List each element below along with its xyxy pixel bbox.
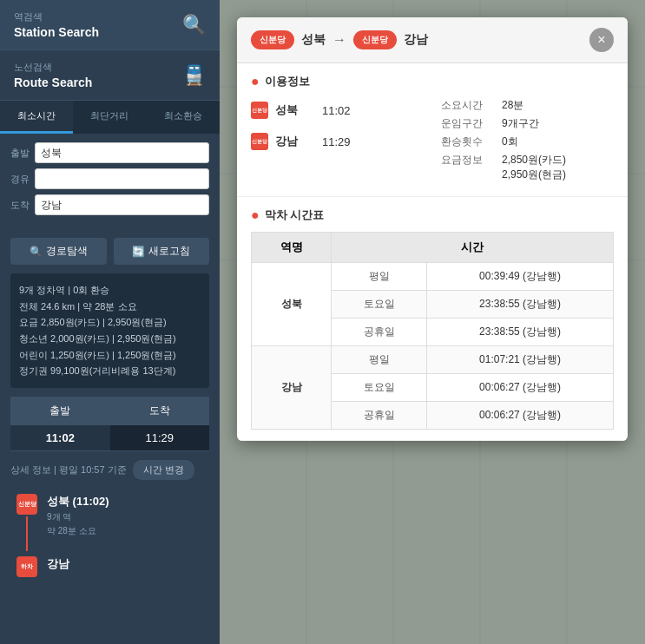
to-station-time: 11:29	[322, 135, 351, 148]
search-btn-label: 경로탐색	[46, 244, 88, 259]
depart-col-header: 출발	[10, 397, 110, 425]
last-train-day-cell: 평일	[332, 346, 427, 374]
route-info-line2: 전체 24.6 km | 약 28분 소요	[19, 299, 201, 315]
via-row: 경유	[10, 168, 209, 189]
last-train-row: 성북평일00:39:49 (강남행)	[252, 263, 614, 291]
modal-overlay: 신분당 성북 → 신분당 강남 × ● 이용정보	[220, 0, 645, 644]
detail-transfers: 환승횟수 0회	[441, 135, 614, 149]
info-grid: 신분당 성북 11:02 신분당 강남 11:29 소요	[251, 98, 614, 186]
modal-info-section: ● 이용정보 신분당 성북 11:02 신분당 강	[237, 63, 628, 197]
from-station-row: 신분당 성북 11:02	[251, 98, 424, 122]
from-station-name: 성북	[275, 102, 298, 118]
tab-min-time[interactable]: 최소시간	[0, 101, 73, 134]
last-train-day-cell: 토요일	[332, 291, 427, 319]
search-form: 출발 경유 도착	[0, 134, 220, 229]
depart-time-value: 11:02	[10, 425, 110, 450]
last-train-table: 역명 시간 성북평일00:39:49 (강남행)토요일23:38:55 (강남행…	[251, 232, 614, 430]
start-station-duration: 약 28분 소요	[47, 525, 109, 537]
timeline-dot-end: 하차	[16, 556, 37, 577]
timeline-dot-container-end: 하차	[14, 556, 40, 577]
last-train-time-cell: 23:38:55 (강남행)	[427, 291, 614, 319]
timeline-dot-container-start: 신분당	[14, 494, 40, 553]
route-fare-senior: 정기권 99,100원(거리비례용 13단계)	[19, 363, 201, 379]
depart-input[interactable]	[35, 142, 209, 163]
col-station: 역명	[252, 233, 332, 263]
end-badge-text: 하차	[21, 562, 33, 571]
details-col: 소요시간 28분 운임구간 9개구간 환승횟수 0회 요금정보	[441, 98, 614, 186]
arrow-icon: →	[332, 32, 346, 48]
route-search-button[interactable]: 🔍 경로탐색	[10, 238, 107, 265]
tab-min-transfer[interactable]: 최소환승	[147, 101, 220, 134]
stations-col: 신분당 성북 11:02 신분당 강남 11:29	[251, 98, 424, 186]
last-train-day-cell: 평일	[332, 263, 427, 291]
main-map-area: 신분당 성북 → 신분당 강남 × ● 이용정보	[220, 0, 645, 644]
last-train-bullet: ●	[251, 207, 260, 223]
start-badge-text: 신분당	[18, 500, 36, 509]
modal-close-button[interactable]: ×	[589, 28, 614, 52]
via-label: 경유	[10, 173, 35, 186]
to-station-name: 강남	[275, 134, 298, 149]
arrive-input[interactable]	[35, 194, 209, 215]
detail-fare-zone: 운임구간 9개구간	[441, 116, 614, 131]
tab-min-dist[interactable]: 최단거리	[73, 101, 146, 134]
to-station-label: 강남	[404, 32, 428, 48]
from-station-label: 성북	[301, 32, 326, 48]
route-tabs: 최소시간 최단거리 최소환승	[0, 101, 220, 134]
info-bullet: ●	[251, 74, 260, 89]
col-day-header: 시간	[332, 233, 614, 263]
route-fare-adult: 요금 2,850원(카드) | 2,950원(현금)	[19, 314, 201, 331]
depart-arrive-header: 출발 도착	[10, 397, 209, 425]
refresh-btn-label: 새로고침	[148, 244, 190, 259]
route-search-ko: 노선검색	[14, 61, 92, 74]
info-section-title: ● 이용정보	[251, 74, 614, 89]
last-train-station-cell: 강남	[252, 346, 332, 430]
timeline-dot-start: 신분당	[16, 494, 37, 515]
action-buttons: 🔍 경로탐색 🔄 새로고침	[10, 238, 209, 265]
station-search-ko: 역검색	[14, 10, 99, 23]
to-station-dot: 신분당	[251, 133, 268, 150]
route-search-text: 노선검색 Route Search	[14, 61, 92, 89]
from-station-dot: 신분당	[251, 102, 268, 119]
start-station-name: 성북 (11:02)	[47, 494, 109, 509]
last-train-time-cell: 00:39:49 (강남행)	[427, 263, 614, 291]
route-fare-youth: 청소년 2,000원(카드) | 2,950원(현금)	[19, 331, 201, 347]
detail-info-label: 상세 정보 | 평일 10:57 기준	[10, 464, 127, 475]
station-search-text: 역검색 Station Search	[14, 10, 99, 39]
detail-fare: 요금정보 2,850원(카드) 2,950원(현금)	[441, 153, 614, 182]
arrive-time-value: 11:29	[110, 425, 210, 450]
route-search-en: Route Search	[14, 76, 92, 89]
last-train-station-cell: 성북	[252, 263, 332, 346]
from-station-time: 11:02	[322, 104, 351, 117]
last-train-time-cell: 01:07:21 (강남행)	[427, 346, 614, 374]
via-input[interactable]	[35, 168, 209, 189]
refresh-button[interactable]: 🔄 새로고침	[114, 238, 210, 265]
modal-title: 신분당 성북 → 신분당 강남	[251, 30, 581, 49]
time-change-button[interactable]: 시간 변경	[133, 460, 194, 480]
timeline-connector	[26, 516, 28, 551]
sidebar: 역검색 Station Search 🔍 노선검색 Route Search 🚆…	[0, 0, 220, 644]
depart-label: 출발	[10, 147, 35, 160]
station-search-en: Station Search	[14, 25, 99, 39]
start-station-info: 성북 (11:02) 9개 역 약 28분 소요	[47, 494, 109, 537]
start-station-stops: 9개 역	[47, 511, 109, 523]
last-train-section: ● 막차 시간표 역명 시간 성북평일00:39:49 (강남행)토요일23:3…	[237, 197, 628, 441]
detail-duration: 소요시간 28분	[441, 98, 614, 113]
last-train-title: ● 막차 시간표	[251, 207, 614, 223]
search-btn-icon: 🔍	[30, 246, 43, 258]
to-station-row: 신분당 강남 11:29	[251, 129, 424, 154]
depart-row: 출발	[10, 142, 209, 163]
arrive-col-header: 도착	[110, 397, 210, 425]
depart-arrive-row: 11:02 11:29	[10, 425, 209, 451]
route-info-panel: 9개 정차역 | 0회 환승 전체 24.6 km | 약 28분 소요 요금 …	[10, 273, 209, 388]
timeline-end: 하차 강남	[14, 556, 206, 577]
end-station-name: 강남	[47, 556, 69, 572]
route-timeline: 신분당 성북 (11:02) 9개 역 약 28분 소요 하차 강남	[0, 485, 220, 589]
detail-info-section: 상세 정보 | 평일 10:57 기준 시간 변경	[0, 451, 220, 485]
last-train-day-cell: 공휴일	[332, 402, 427, 430]
arrive-label: 도착	[10, 199, 35, 212]
last-train-time-cell: 23:38:55 (강남행)	[427, 319, 614, 346]
station-search-section[interactable]: 역검색 Station Search 🔍	[0, 0, 220, 50]
route-search-section[interactable]: 노선검색 Route Search 🚆	[0, 50, 220, 101]
modal-header: 신분당 성북 → 신분당 강남 ×	[237, 17, 628, 63]
route-info-line1: 9개 정차역 | 0회 환승	[19, 282, 201, 299]
